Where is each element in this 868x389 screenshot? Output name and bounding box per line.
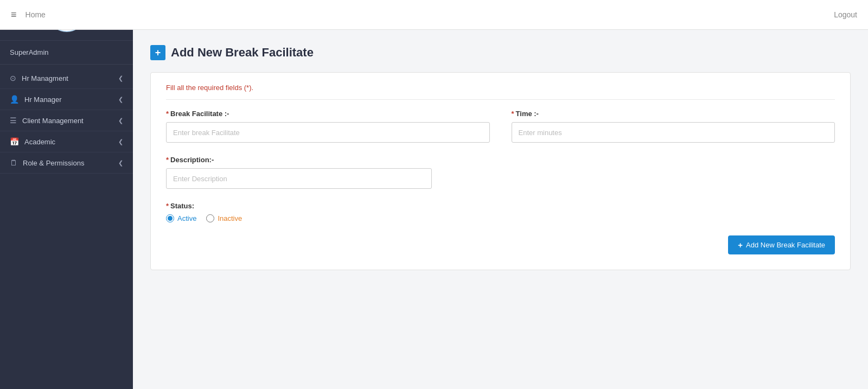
form-notice: Fill all the required fields (*). bbox=[166, 84, 835, 100]
status-inactive-option[interactable]: Inactive bbox=[206, 214, 242, 222]
page-title-area: + Add New Break Facilitate bbox=[150, 45, 851, 60]
form-card: Fill all the required fields (*). *Break… bbox=[150, 72, 851, 270]
sidebar-nav: ⊙ Hr Managment ❮ 👤 Hr Manager ❮ ☰ Client… bbox=[0, 65, 133, 389]
status-group: *Status: Active Inactive bbox=[166, 202, 835, 222]
sidebar-item-label: Hr Managment bbox=[22, 74, 68, 82]
role-permissions-icon: 🗒 bbox=[10, 158, 17, 167]
navbar: ≡ Home Logout bbox=[0, 0, 868, 30]
hamburger-icon[interactable]: ≡ bbox=[11, 9, 17, 21]
page-title-icon: + bbox=[150, 45, 165, 60]
chevron-icon: ❮ bbox=[118, 138, 123, 145]
hr-manager-icon: 👤 bbox=[10, 95, 19, 104]
status-active-option[interactable]: Active bbox=[166, 214, 196, 222]
status-label: *Status: bbox=[166, 202, 835, 210]
sidebar-item-label: Academic bbox=[24, 138, 55, 146]
home-link[interactable]: Home bbox=[25, 10, 46, 19]
time-input[interactable] bbox=[512, 122, 835, 143]
academic-icon: 📅 bbox=[10, 137, 19, 146]
description-group: *Description:- bbox=[166, 156, 432, 189]
sidebar-item-label: Client Management bbox=[22, 117, 84, 125]
break-facilitate-input[interactable] bbox=[166, 122, 490, 143]
sidebar: HRM SuperAdmin ⊙ Hr Managment ❮ 👤 Hr Man… bbox=[0, 0, 133, 389]
status-active-radio[interactable] bbox=[166, 214, 174, 222]
submit-button-label: Add New Break Facilitate bbox=[746, 241, 825, 249]
add-new-break-facilitate-button[interactable]: + Add New Break Facilitate bbox=[728, 235, 835, 254]
time-label: *Time :- bbox=[512, 110, 835, 118]
form-row-2: *Description:- bbox=[166, 156, 835, 189]
chevron-icon: ❮ bbox=[118, 117, 123, 124]
main-content: + Add New Break Facilitate Fill all the … bbox=[133, 30, 868, 389]
sidebar-item-client-management[interactable]: ☰ Client Management ❮ bbox=[0, 110, 133, 131]
chevron-icon: ❮ bbox=[118, 96, 123, 103]
sidebar-item-academic[interactable]: 📅 Academic ❮ bbox=[0, 131, 133, 152]
client-management-icon: ☰ bbox=[10, 116, 17, 125]
break-facilitate-group: *Break Facilitate :- bbox=[166, 110, 490, 143]
sidebar-item-hr-management[interactable]: ⊙ Hr Managment ❮ bbox=[0, 68, 133, 89]
plus-icon: + bbox=[738, 240, 743, 250]
sidebar-user-label: SuperAdmin bbox=[0, 41, 133, 65]
description-label: *Description:- bbox=[166, 156, 432, 164]
form-row-1: *Break Facilitate :- *Time :- bbox=[166, 110, 835, 143]
status-inactive-radio[interactable] bbox=[206, 214, 214, 222]
page-title: Add New Break Facilitate bbox=[171, 46, 314, 60]
sidebar-item-label: Role & Permissions bbox=[23, 159, 84, 167]
sidebar-item-label: Hr Manager bbox=[24, 95, 62, 104]
sidebar-item-hr-manager[interactable]: 👤 Hr Manager ❮ bbox=[0, 89, 133, 110]
chevron-icon: ❮ bbox=[118, 160, 123, 167]
radio-options: Active Inactive bbox=[166, 214, 835, 222]
description-input[interactable] bbox=[166, 168, 432, 189]
time-group: *Time :- bbox=[512, 110, 835, 143]
break-facilitate-label: *Break Facilitate :- bbox=[166, 110, 490, 118]
hr-management-icon: ⊙ bbox=[10, 74, 16, 82]
sidebar-item-role-permissions[interactable]: 🗒 Role & Permissions ❮ bbox=[0, 152, 133, 174]
chevron-icon: ❮ bbox=[118, 75, 123, 82]
form-footer: + Add New Break Facilitate bbox=[166, 235, 835, 254]
logout-button[interactable]: Logout bbox=[834, 10, 857, 19]
